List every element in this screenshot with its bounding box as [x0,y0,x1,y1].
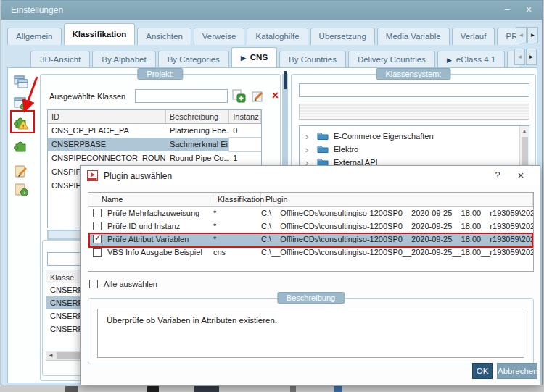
folder-icon [317,144,329,154]
checkbox-checked[interactable]: ✓ [93,235,102,243]
table-row[interactable]: CNSPIPECONNECTOR_ROUNDRound Pipe Co...1 [48,151,261,165]
beschreibung-group: Beschreibung Überprüfe ob Variaben in At… [88,298,534,364]
scroll-right-icon[interactable]: ► [527,27,538,43]
taskbar-fragment [194,386,219,392]
checkbox[interactable] [93,209,102,217]
column-id[interactable]: ID [48,110,166,123]
plugin-dialog: Plugin auswählen ? × Name Klassifikation… [80,165,540,385]
dialog-titlebar[interactable]: Plugin auswählen ? × [81,166,540,185]
book-edit-icon[interactable] [13,163,29,179]
select-all-label: Alle auswählen [104,280,157,288]
column-klassifikation[interactable]: Klassifikation [213,193,261,206]
tab-klassifikation[interactable]: Klassifikation [64,23,136,45]
scroll-left-icon[interactable]: ◄ [48,352,54,359]
tab-verlauf[interactable]: Verlauf [452,28,495,45]
table-row[interactable]: CNS_CP_PLACE_PAPlatzierung Ebe...0 [48,124,261,138]
window-plugin-icon[interactable]: + [13,96,29,112]
tab-scroll-primary: ◄ ► [516,27,538,43]
scroll-right-icon[interactable]: ► [526,49,537,65]
dialog-close-button[interactable]: × [512,169,529,182]
play-icon: ▶ [447,57,452,64]
column-name[interactable]: Name [88,193,213,206]
checkbox[interactable] [93,248,102,257]
taskbar-fragment [290,386,296,392]
tab-row-primary: Allgemein Klassifikation Ansichten Verwe… [7,22,519,45]
plugin-row-selected[interactable]: ✓ Prüfe Attribut Variablen * C:\__Offlin… [88,233,533,246]
tab-verweise[interactable]: Verweise [194,28,245,45]
beschreibung-group-label: Beschreibung [277,292,345,304]
checkbox[interactable] [89,280,98,288]
chevron-right-icon[interactable]: › [305,144,317,155]
annotation-red-box [10,110,35,133]
tab-by-categories[interactable]: By Categories [158,51,229,67]
klassensystem-group-label: Klassensystem: [376,68,450,80]
table-header: ID Beschreibung Instanz [48,110,261,124]
delete-icon[interactable]: × [268,89,282,103]
ok-button[interactable]: OK [472,363,493,379]
tab-ansichten[interactable]: Ansichten [137,28,191,45]
plugin-row[interactable]: Prüfe ID und Instanz * C:\__OfflineCDs\c… [88,220,533,233]
tab-cns[interactable]: ▶CNS [231,47,277,67]
column-plugin[interactable]: Plugin [261,193,533,206]
play-icon: ▶ [241,54,246,62]
chevron-right-icon[interactable]: › [305,131,317,142]
plugin-row[interactable]: VBS Info Ausgabe Beispiel cns C:\__Offli… [88,246,533,259]
close-button[interactable]: × [519,1,539,20]
help-button[interactable]: ? [489,170,506,183]
svg-text:+: + [22,190,26,196]
tree-item[interactable]: › E-Commerce Eigenschaften [300,130,529,143]
desktop-strip [0,385,544,392]
tab-allgemein[interactable]: Allgemein [7,28,62,45]
scroll-up-icon[interactable]: ▲ [520,126,529,133]
edit-icon[interactable] [251,89,265,103]
taskbar-fragment [334,386,342,392]
tab-3d-ansicht[interactable]: 3D-Ansicht [30,51,90,67]
add-icon[interactable] [232,89,246,103]
tab-by-alphabet[interactable]: By Alphabet [92,51,155,67]
klassensystem-search-input[interactable] [299,83,529,97]
run-plugin-icon [87,170,98,183]
tab-uebersetzung[interactable]: Übersetzung [310,28,375,45]
cancel-button[interactable]: Abbrechen [497,363,537,379]
plugin-table: Name Klassifikation Plugin Prüfe Mehrfac… [88,192,534,272]
tab-row-secondary: 3D-Ansicht By Alphabet By Categories ▶CN… [30,46,519,67]
dialog-title: Plugin auswählen [104,171,172,181]
scroll-left-icon[interactable]: ◄ [514,49,525,65]
forms-icon[interactable] [13,74,29,90]
splitter-grip [284,71,287,89]
column-instanz[interactable]: Instanz [229,110,261,123]
folder-icon [317,131,329,141]
plugin-row[interactable]: Prüfe Mehrfachzuweisung * C:\__OfflineCD… [88,207,533,220]
scroll-left-icon[interactable]: ◄ [516,27,527,43]
window-title: Einstellungen [11,5,63,15]
tab-eclass-41[interactable]: ▶eClass 4.1 [437,51,505,67]
taskbar-fragment [147,386,159,392]
tab-media-variable[interactable]: Media Variable [377,28,450,45]
tab-delivery-countries[interactable]: Delivery Countries [348,51,435,67]
select-all-checkbox[interactable]: Alle auswählen [89,280,157,288]
selected-classes-label: Ausgewählte Klassen [49,92,125,101]
klassensystem-disabled-bar [299,104,529,120]
checkbox[interactable] [93,222,102,230]
tab-by-countries[interactable]: By Countries [279,51,346,67]
taskbar-fragment [65,386,78,392]
minimize-button[interactable]: – [497,1,517,20]
tab-kataloghilfe[interactable]: Kataloghilfe [247,28,308,45]
table-header: Name Klassifikation Plugin [88,193,533,207]
book-add-icon[interactable]: + [13,181,29,197]
beschreibung-text: Überprüfe ob Variaben in Attributen exis… [97,309,524,358]
selected-classes-input[interactable] [135,89,228,103]
column-beschreibung[interactable]: Beschreibung [166,110,229,123]
plugin-icon[interactable] [13,138,29,154]
projekt-group-label: Projekt: [137,68,183,80]
window-titlebar[interactable]: Einstellungen – × [1,1,542,20]
tab-scroll-secondary: ◄ ► [514,49,537,65]
tree-item[interactable]: › Elektro [300,143,529,156]
table-row-selected[interactable]: CNSERPBASESachmerkmal Ei... [48,138,261,151]
